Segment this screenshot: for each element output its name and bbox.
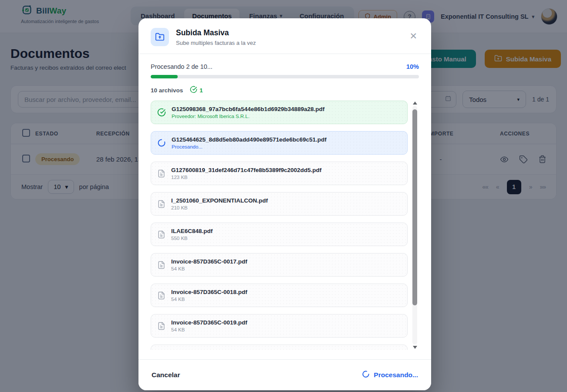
file-item-pending: Invoice-857D365C-0019.pdf 54 KB: [151, 314, 408, 338]
file-item-pending: G127600819_31def246d71c47fe8b5389f9c2002…: [151, 162, 408, 185]
files-count: 10 archivos: [151, 87, 183, 94]
file-name: G125464625_8d8d5eb80add490e89571ede6bc69…: [172, 136, 327, 143]
processing-button[interactable]: Procesando...: [362, 370, 418, 380]
check-circle-icon: [190, 86, 197, 95]
file-list[interactable]: G125098368_97a7bcb6fa544e86b1d6929b34889…: [151, 101, 419, 350]
modal-title: Subida Masiva: [176, 28, 256, 37]
progress-fill: [151, 75, 178, 78]
file-item-pending: ILAE6C848.pdf 550 KB: [151, 223, 408, 246]
file-icon: [157, 261, 165, 269]
folder-upload-icon: [151, 28, 169, 46]
progress-bar: [151, 75, 419, 78]
file-meta: 54 KB: [171, 297, 247, 302]
modal-header: Subida Masiva Sube multiples facturas a …: [138, 18, 431, 54]
file-item-partial: [151, 345, 408, 350]
scrollbar-thumb[interactable]: [412, 109, 417, 305]
progress-label: Procesando 2 de 10...: [151, 63, 213, 70]
scrollbar: [412, 101, 418, 349]
file-meta: 123 KB: [171, 175, 321, 180]
file-item-processing: G125464625_8d8d5eb80add490e89571ede6bc69…: [151, 131, 408, 155]
close-icon[interactable]: ✕: [408, 28, 419, 44]
file-icon: [157, 291, 165, 300]
file-name: ILAE6C848.pdf: [171, 228, 213, 234]
file-item-done: G125098368_97a7bcb6fa544e86b1d6929b34889…: [151, 101, 408, 124]
modal-subtitle: Sube multiples facturas a la vez: [176, 40, 256, 46]
file-item-pending: I_2501060_EXPONENTIALCON.pdf 210 KB: [151, 192, 408, 216]
file-icon: [157, 322, 165, 330]
file-name: Invoice-857D365C-0019.pdf: [171, 319, 247, 326]
file-name: I_2501060_EXPONENTIALCON.pdf: [171, 197, 268, 204]
spinner-icon: [157, 139, 166, 147]
file-item-pending: Invoice-857D365C-0018.pdf 54 KB: [151, 284, 408, 307]
scroll-down-arrow[interactable]: [413, 346, 417, 349]
bulk-upload-modal: Subida Masiva Sube multiples facturas a …: [138, 18, 431, 390]
file-icon: [157, 169, 165, 178]
modal-footer: Cancelar Procesando...: [138, 359, 431, 390]
app-root: BillWay Automatización inteligente de ga…: [0, 0, 567, 392]
file-meta: Proveedor: Microsoft Iberica S.R.L.: [172, 114, 324, 119]
file-meta: 550 KB: [171, 236, 213, 241]
scroll-up-arrow[interactable]: [413, 101, 417, 105]
file-meta: Procesando...: [172, 144, 327, 149]
file-name: G125098368_97a7bcb6fa544e86b1d6929b34889…: [172, 106, 324, 112]
check-circle-icon: [157, 108, 166, 117]
modal-body: Procesando 2 de 10... 10% 10 archivos 1 …: [138, 54, 431, 350]
file-item-pending: Invoice-857D365C-0017.pdf 54 KB: [151, 253, 408, 277]
file-name: Invoice-857D365C-0017.pdf: [171, 258, 247, 265]
done-count: 1: [190, 86, 203, 95]
file-meta: 210 KB: [171, 205, 268, 210]
file-icon: [157, 200, 165, 208]
file-meta: 54 KB: [171, 266, 247, 271]
file-name: Invoice-857D365C-0018.pdf: [171, 289, 247, 295]
progress-percent: 10%: [406, 63, 419, 70]
file-meta: 54 KB: [171, 327, 247, 332]
cancel-button[interactable]: Cancelar: [152, 371, 180, 379]
file-icon: [157, 230, 165, 239]
file-name: G127600819_31def246d71c47fe8b5389f9c2002…: [171, 167, 321, 173]
spinner-icon: [362, 370, 370, 380]
scrollbar-track[interactable]: [412, 106, 417, 345]
